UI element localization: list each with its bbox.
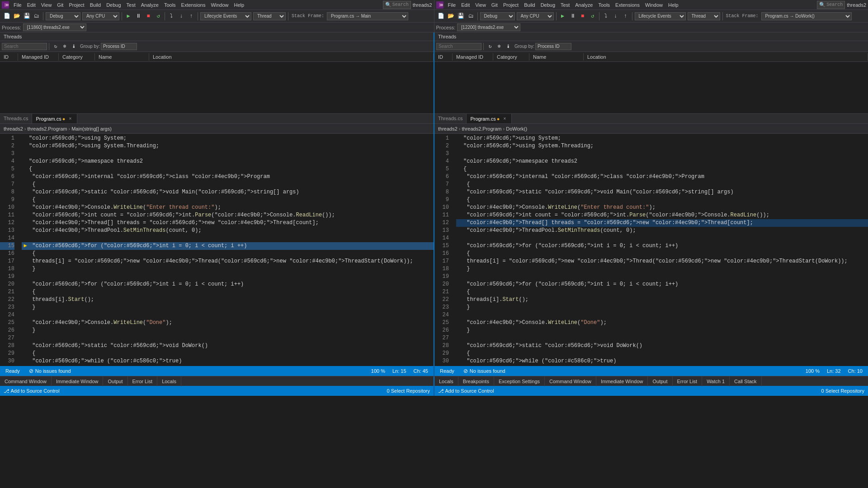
bottom-tab-command-right[interactable]: Command Window xyxy=(545,376,596,386)
breadcrumb-method-right[interactable]: DoWork() xyxy=(506,126,527,131)
process-value-left[interactable]: [11860] threads2.exe xyxy=(23,23,86,31)
step-out-btn-right[interactable]: ↑ xyxy=(621,12,630,21)
code-lines-left[interactable]: "color:#569cd6;">using System; "color:#5… xyxy=(18,134,434,366)
config-dropdown-right[interactable]: Debug Release xyxy=(480,12,515,20)
menu-build-right[interactable]: Build xyxy=(521,1,538,9)
freeze-btn-left[interactable]: ❄ xyxy=(61,42,69,51)
menu-view-left[interactable]: View xyxy=(38,1,55,9)
tab-close-left[interactable]: × xyxy=(67,116,73,122)
tab-program-left[interactable]: Program.cs ● × xyxy=(32,114,77,123)
thread-dropdown-right[interactable]: Thread xyxy=(688,12,720,20)
freeze-btn-right[interactable]: ❄ xyxy=(495,42,503,51)
menu-tools-right[interactable]: Tools xyxy=(595,1,613,9)
menu-test-left[interactable]: Test xyxy=(124,1,138,9)
menu-test-right[interactable]: Test xyxy=(558,1,572,9)
bottom-tab-error-left[interactable]: Error List xyxy=(128,376,158,386)
menu-analyze-right[interactable]: Analyze xyxy=(572,1,595,9)
menu-file-left[interactable]: File xyxy=(11,1,24,9)
tab-threads-right[interactable]: Threads.cs xyxy=(434,114,467,123)
pause-btn-left[interactable]: ⏸ xyxy=(134,12,143,21)
group-by-input-left[interactable] xyxy=(101,43,137,50)
add-source-left[interactable]: ⎇ Add to Source Control xyxy=(4,388,60,394)
step-out-btn-left[interactable]: ↑ xyxy=(187,12,196,21)
menu-tools-left[interactable]: Tools xyxy=(161,1,179,9)
line-right[interactable]: Ln: 32 xyxy=(825,366,843,376)
menu-help-right[interactable]: Help xyxy=(665,1,681,9)
menu-search-left[interactable]: 🔍 Search xyxy=(383,1,411,9)
menu-file-right[interactable]: File xyxy=(445,1,459,9)
stop-btn-right[interactable]: ■ xyxy=(578,12,587,21)
bottom-tab-immediate-left[interactable]: Immediate Window xyxy=(52,376,104,386)
thread-dropdown-left[interactable]: Thread xyxy=(253,12,286,20)
step-over-btn-left[interactable]: ⤵ xyxy=(167,12,176,21)
zoom-right[interactable]: 100 % xyxy=(804,366,821,376)
step-over-btn-right[interactable]: ⤵ xyxy=(601,12,610,21)
menu-project-left[interactable]: Project xyxy=(66,1,87,9)
new-file-btn[interactable]: 📄 xyxy=(2,12,11,21)
menu-extensions-right[interactable]: Extensions xyxy=(613,1,642,9)
tab-close-right[interactable]: × xyxy=(501,116,508,122)
restart-btn-right[interactable]: ↺ xyxy=(588,12,597,21)
bottom-tab-locals-left[interactable]: Locals xyxy=(157,376,181,386)
thaw-btn-left[interactable]: 🌡 xyxy=(70,42,78,51)
open-btn-r[interactable]: 📂 xyxy=(447,12,456,21)
group-by-input-right[interactable] xyxy=(535,43,571,50)
restart-btn-left[interactable]: ↺ xyxy=(154,12,163,21)
config-dropdown-left[interactable]: Debug Release xyxy=(46,12,80,20)
menu-project-right[interactable]: Project xyxy=(500,1,521,9)
bottom-tab-callstack[interactable]: Call Stack xyxy=(730,376,762,386)
menu-analyze-left[interactable]: Analyze xyxy=(138,1,161,9)
bottom-tab-watch1[interactable]: Watch 1 xyxy=(702,376,730,386)
bottom-tab-error-right[interactable]: Error List xyxy=(673,376,703,386)
code-lines-right[interactable]: "color:#569cd6;">using System; "color:#5… xyxy=(453,134,868,366)
menu-edit-right[interactable]: Edit xyxy=(458,1,472,9)
menu-edit-left[interactable]: Edit xyxy=(24,1,38,9)
error-indicator-left[interactable]: ⊘ No issues found xyxy=(27,366,73,376)
lifecycle-dropdown-right[interactable]: Lifecycle Events xyxy=(635,12,686,20)
error-indicator-right[interactable]: ⊘ No issues found xyxy=(462,366,507,376)
bottom-tab-locals-right[interactable]: Locals xyxy=(434,376,458,386)
select-repo-left[interactable]: 0 Select Repository xyxy=(387,388,430,394)
col-left[interactable]: Ch: 45 xyxy=(412,366,430,376)
bottom-tab-output-left[interactable]: Output xyxy=(103,376,127,386)
menu-debug-right[interactable]: Debug xyxy=(538,1,558,9)
select-repo-right[interactable]: 0 Select Repository xyxy=(821,388,864,394)
bottom-tab-output-right[interactable]: Output xyxy=(648,376,672,386)
continue-btn-left[interactable]: ▶ xyxy=(124,12,133,21)
stack-frame-dropdown-left[interactable]: Program.cs → Main xyxy=(327,12,408,20)
refresh-threads-btn-right[interactable]: ↻ xyxy=(486,42,494,51)
bottom-tab-command-left[interactable]: Command Window xyxy=(0,376,52,386)
zoom-left[interactable]: 100 % xyxy=(369,366,387,376)
menu-view-right[interactable]: View xyxy=(472,1,489,9)
continue-btn-right[interactable]: ▶ xyxy=(558,12,567,21)
bottom-tab-exception[interactable]: Exception Settings xyxy=(494,376,545,386)
lifecycle-dropdown-left[interactable]: Lifecycle Events xyxy=(200,12,251,20)
breadcrumb-method-left[interactable]: Main(string[] args) xyxy=(71,126,112,131)
threads-search-right[interactable] xyxy=(436,43,481,50)
threads-search-left[interactable] xyxy=(2,43,47,50)
save-btn[interactable]: 💾 xyxy=(22,12,31,21)
open-btn[interactable]: 📂 xyxy=(12,12,21,21)
stop-btn-left[interactable]: ■ xyxy=(144,12,153,21)
refresh-threads-btn-left[interactable]: ↻ xyxy=(52,42,60,51)
menu-help-left[interactable]: Help xyxy=(231,1,247,9)
col-right[interactable]: Ch: 10 xyxy=(846,366,864,376)
process-value-right[interactable]: [12200] threads2.exe xyxy=(457,23,520,31)
thaw-btn-right[interactable]: 🌡 xyxy=(504,42,512,51)
menu-window-right[interactable]: Window xyxy=(642,1,665,9)
menu-debug-left[interactable]: Debug xyxy=(104,1,123,9)
step-into-btn-right[interactable]: ↓ xyxy=(611,12,620,21)
bottom-tab-breakpoints[interactable]: Breakpoints xyxy=(458,376,494,386)
save-all-btn-r[interactable]: 🗂 xyxy=(467,12,476,21)
stack-frame-dropdown-right[interactable]: Program.cs → DoWork() xyxy=(761,12,852,20)
menu-extensions-left[interactable]: Extensions xyxy=(179,1,208,9)
save-all-btn[interactable]: 🗂 xyxy=(32,12,41,21)
add-source-right[interactable]: ⎇ Add to Source Control xyxy=(438,388,494,394)
platform-dropdown-right[interactable]: Any CPU x64 xyxy=(517,12,554,20)
save-btn-r[interactable]: 💾 xyxy=(457,12,466,21)
tab-program-right[interactable]: Program.cs ● × xyxy=(467,114,512,123)
menu-build-left[interactable]: Build xyxy=(87,1,104,9)
line-left[interactable]: Ln: 15 xyxy=(391,366,408,376)
bottom-tab-immediate-right[interactable]: Immediate Window xyxy=(596,376,648,386)
menu-search-right[interactable]: 🔍 Search xyxy=(817,1,845,9)
